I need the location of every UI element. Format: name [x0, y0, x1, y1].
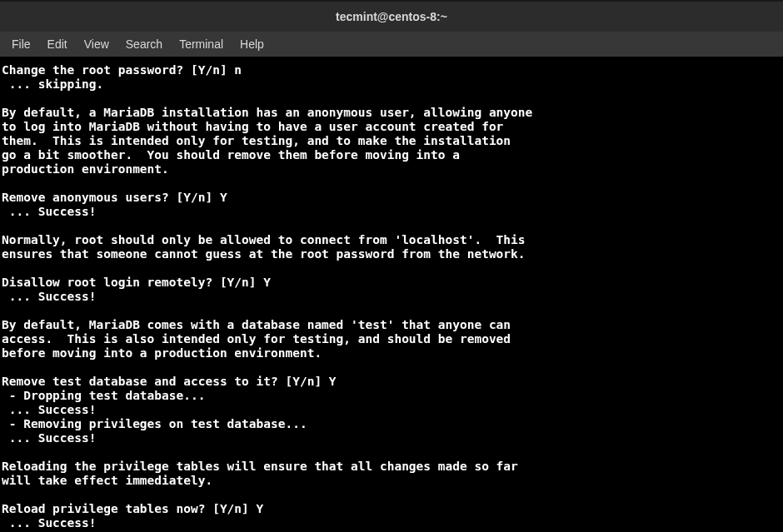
window-title: tecmint@centos-8:~: [336, 10, 447, 23]
terminal-output[interactable]: Change the root password? [Y/n] n ... sk…: [0, 57, 783, 532]
menu-view[interactable]: View: [76, 33, 117, 55]
menu-file[interactable]: File: [3, 33, 39, 55]
menu-edit[interactable]: Edit: [39, 33, 76, 55]
menu-help[interactable]: Help: [232, 33, 272, 55]
menubar: File Edit View Search Terminal Help: [0, 32, 783, 57]
window-titlebar: tecmint@centos-8:~: [0, 0, 783, 32]
menu-search[interactable]: Search: [117, 33, 171, 55]
menu-terminal[interactable]: Terminal: [171, 33, 232, 55]
